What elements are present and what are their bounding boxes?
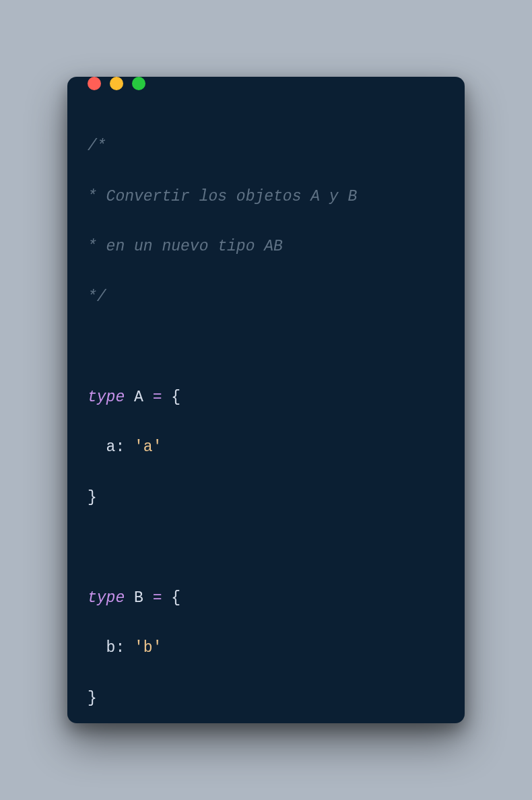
- colon: :: [115, 639, 125, 657]
- comment-line: */: [88, 288, 106, 306]
- indent: [88, 438, 106, 456]
- code-block: /* * Convertir los objetos A y B * en un…: [67, 90, 465, 723]
- code-window: /* * Convertir los objetos A y B * en un…: [67, 77, 465, 723]
- comment-line: * Convertir los objetos A y B: [88, 188, 357, 205]
- brace-close: }: [88, 489, 97, 506]
- operator-equals: =: [153, 389, 162, 406]
- prop-name: b: [106, 639, 116, 657]
- brace-close: }: [88, 690, 97, 707]
- string-literal: 'a': [134, 438, 162, 456]
- string-literal: 'b': [134, 639, 162, 657]
- type-name: B: [134, 589, 143, 607]
- type-name: A: [134, 389, 143, 406]
- zoom-icon[interactable]: [132, 77, 145, 90]
- operator-equals: =: [153, 589, 162, 607]
- brace-open: {: [171, 589, 180, 607]
- space: [125, 389, 134, 406]
- comment-line: /*: [88, 137, 106, 155]
- minimize-icon[interactable]: [110, 77, 123, 90]
- keyword-type: type: [88, 589, 125, 607]
- prop-name: a: [106, 438, 116, 456]
- comment-line: * en un nuevo tipo AB: [88, 238, 283, 255]
- keyword-type: type: [88, 389, 125, 406]
- colon: :: [115, 438, 125, 456]
- window-titlebar: [67, 77, 465, 90]
- close-icon[interactable]: [88, 77, 101, 90]
- indent: [88, 639, 106, 657]
- brace-open: {: [171, 389, 180, 406]
